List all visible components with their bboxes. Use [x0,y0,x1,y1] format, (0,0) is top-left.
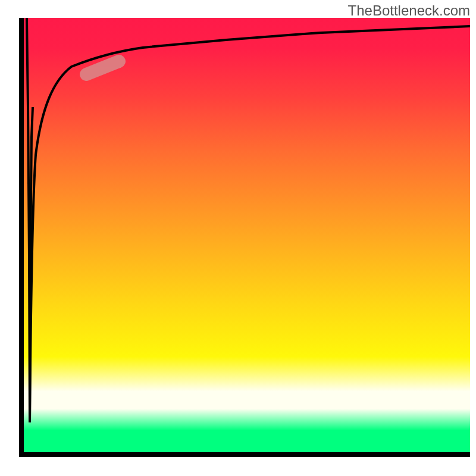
chart-gradient-background [24,18,470,452]
x-axis [24,452,470,457]
y-axis [19,18,24,457]
attribution-text: TheBottleneck.com [348,2,470,19]
